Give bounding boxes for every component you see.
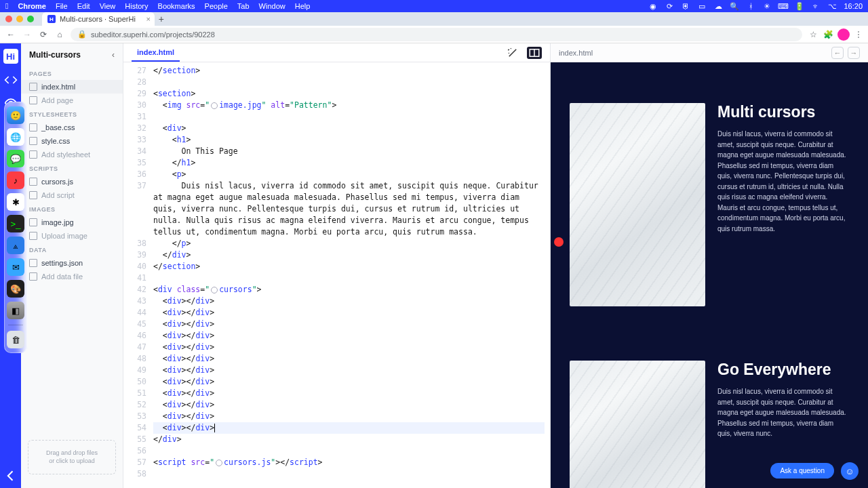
upload-image-button[interactable]: Upload image xyxy=(21,229,123,243)
add-script-button[interactable]: Add script xyxy=(21,188,123,202)
dock-vscode-icon[interactable]: ⟁ xyxy=(7,237,24,254)
dock-finder-icon[interactable]: 🙂 xyxy=(7,106,24,124)
status-time[interactable]: 16:20 xyxy=(844,2,863,10)
sidebar-collapse-icon[interactable]: ‹ xyxy=(112,50,115,60)
preview-heading-1: Multi cursors xyxy=(717,103,849,121)
chat-face-icon[interactable]: ☺ xyxy=(841,462,859,480)
site-info-icon[interactable]: 🔒 xyxy=(77,30,87,39)
add-icon xyxy=(29,232,37,240)
dock-terminal-icon[interactable]: >_ xyxy=(7,215,24,232)
menu-file[interactable]: File xyxy=(56,2,68,10)
code-area[interactable]: 2728293031323334353637 38394041424344454… xyxy=(123,62,550,488)
add-icon xyxy=(29,150,37,159)
file-icon xyxy=(29,178,37,186)
menu-window[interactable]: Window xyxy=(259,2,285,10)
file-image-jpg[interactable]: image.jpg xyxy=(21,216,123,229)
preview-header: index.html ← → xyxy=(551,43,868,62)
section-pages-label: PAGES xyxy=(21,66,123,80)
dock-slack-icon[interactable]: ✱ xyxy=(7,193,24,211)
status-keyboard-icon[interactable]: ⌨ xyxy=(778,1,788,11)
apple-menu-icon[interactable]:  xyxy=(5,1,8,11)
window-zoom-icon[interactable] xyxy=(27,16,34,22)
drop-zone[interactable]: Drag and drop files or click to upload xyxy=(28,440,116,474)
dock-app-icon[interactable]: ◧ xyxy=(7,302,24,319)
menu-history[interactable]: History xyxy=(125,2,148,10)
file-settings-json[interactable]: settings.json xyxy=(21,256,123,270)
dock-music-icon[interactable]: ♪ xyxy=(7,171,24,189)
nav-back-button[interactable]: ← xyxy=(5,29,16,40)
app-name[interactable]: Chrome xyxy=(18,2,46,10)
dock-messages-icon[interactable]: 💬 xyxy=(7,150,24,167)
editor-tab-index-html[interactable]: index.html xyxy=(132,44,180,62)
preview-forward-button[interactable]: → xyxy=(848,47,860,59)
file-base-css[interactable]: _base.css xyxy=(21,121,123,134)
chat-label: Ask a question xyxy=(780,467,825,474)
preview-back-button[interactable]: ← xyxy=(831,47,844,59)
profile-avatar[interactable] xyxy=(837,28,850,41)
add-stylesheet-button[interactable]: Add stylesheet xyxy=(21,148,123,161)
menu-view[interactable]: View xyxy=(100,2,116,10)
window-minimize-icon[interactable] xyxy=(16,16,23,22)
nav-forward-button[interactable]: → xyxy=(22,29,33,40)
file-cursors-js[interactable]: cursors.js xyxy=(21,175,123,188)
menu-people[interactable]: People xyxy=(205,2,228,10)
status-wifi-icon[interactable]: ᯤ xyxy=(811,1,821,11)
app-logo-icon[interactable]: Hi xyxy=(3,49,18,64)
dock-chrome-icon[interactable]: 🌐 xyxy=(7,128,24,146)
chat-widget[interactable]: Ask a question xyxy=(770,463,834,479)
section-data-label: DATA xyxy=(21,243,123,256)
magic-wand-icon[interactable] xyxy=(505,47,520,59)
file-sidebar: Multi-cursors ‹ PAGES index.html Add pag… xyxy=(21,43,123,488)
section-images-label: IMAGES xyxy=(21,202,123,216)
chrome-tab-strip: H Multi-cursors · SuperHi × + xyxy=(0,12,868,26)
window-close-icon[interactable] xyxy=(5,16,12,22)
dock-mail-icon[interactable]: ✉ xyxy=(7,258,24,276)
preview-body-1: Duis nisl lacus, viverra id commodo sit … xyxy=(717,129,849,234)
file-style-css[interactable]: style.css xyxy=(21,134,123,148)
status-control-center-icon[interactable]: ⌥ xyxy=(827,1,837,11)
status-bluetooth-icon[interactable]: ᚼ xyxy=(746,1,755,11)
nav-reload-button[interactable]: ⟳ xyxy=(38,29,49,40)
dock-trash-icon[interactable]: 🗑 xyxy=(7,331,24,348)
dock-separator xyxy=(8,325,23,325)
menu-bookmarks[interactable]: Bookmarks xyxy=(158,2,195,10)
status-sync-icon[interactable]: ⟳ xyxy=(665,1,674,11)
section-stylesheets-label: STYLESHEETS xyxy=(21,107,123,121)
cursor-dot xyxy=(554,237,564,247)
preview-viewport[interactable]: Multi cursors Duis nisl lacus, viverra i… xyxy=(551,62,868,488)
browser-tab[interactable]: H Multi-cursors · SuperHi × xyxy=(42,12,155,26)
menu-help[interactable]: Help xyxy=(295,2,311,10)
drop-hint-line2: or click to upload xyxy=(34,457,110,466)
status-battery-icon[interactable]: 🔋 xyxy=(795,1,804,11)
menu-tab[interactable]: Tab xyxy=(237,2,250,10)
rail-back-icon[interactable] xyxy=(4,469,18,483)
chrome-menu-icon[interactable]: ⋯ xyxy=(854,30,863,39)
file-index-html[interactable]: index.html xyxy=(21,80,123,94)
extensions-icon[interactable]: 🧩 xyxy=(823,29,833,40)
nav-home-button[interactable]: ⌂ xyxy=(54,29,65,40)
menu-edit[interactable]: Edit xyxy=(77,2,90,10)
bookmark-icon[interactable]: ☆ xyxy=(808,29,818,40)
window-controls[interactable] xyxy=(5,16,34,22)
new-tab-button[interactable]: + xyxy=(155,14,168,24)
status-shield-icon[interactable]: ⛨ xyxy=(681,1,690,11)
preview-image-2 xyxy=(570,361,705,488)
preview-image-1 xyxy=(570,103,705,306)
dock-figma-icon[interactable]: 🎨 xyxy=(7,280,24,298)
status-spotlight-icon[interactable]: 🔍 xyxy=(730,1,739,11)
status-camera-icon[interactable]: ◉ xyxy=(648,1,658,11)
status-display-icon[interactable]: ▭ xyxy=(697,1,707,11)
add-icon xyxy=(29,272,37,281)
tab-close-icon[interactable]: × xyxy=(146,15,150,23)
url-field[interactable]: 🔒 subeditor.superhi.com/projects/90228 xyxy=(71,28,802,41)
add-page-button[interactable]: Add page xyxy=(21,94,123,107)
file-icon xyxy=(29,259,37,267)
status-sun-icon[interactable]: ☀ xyxy=(762,1,772,11)
code-content[interactable]: </section> <section> <img src="image.jpg… xyxy=(153,62,550,488)
preview-body-2: Duis nisl lacus, viverra id commodo sit … xyxy=(717,386,849,439)
layout-toggle-icon[interactable] xyxy=(527,47,542,59)
status-cloud-icon[interactable]: ☁ xyxy=(713,1,723,11)
add-data-file-button[interactable]: Add data file xyxy=(21,270,123,283)
macos-dock: 🙂 🌐 💬 ♪ ✱ >_ ⟁ ✉ 🎨 ◧ 🗑 xyxy=(4,102,27,353)
rail-code-icon[interactable] xyxy=(4,73,18,87)
